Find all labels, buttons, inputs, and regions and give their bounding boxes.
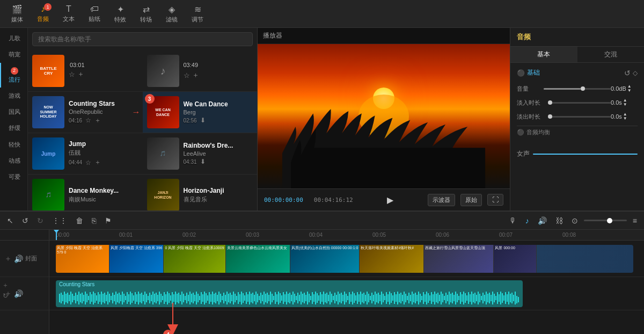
svg-rect-275	[502, 293, 503, 303]
link-btn[interactable]: ⛓	[553, 215, 566, 227]
add-bottom[interactable]: ＋	[2, 281, 9, 290]
svg-rect-226	[423, 292, 424, 304]
add-jump[interactable]: ＋	[94, 158, 101, 167]
svg-rect-101	[222, 296, 223, 300]
original-btn[interactable]: 原始	[460, 194, 482, 206]
eq-section-header[interactable]: ⚫ 音频均衡	[517, 128, 638, 136]
music-item-horizon[interactable]: JANJIHORIZON Horizon-Janji 喜见音乐	[143, 175, 258, 210]
toolbar-sticker[interactable]: 🏷 贴纸	[83, 2, 106, 25]
volume-down[interactable]: ▼	[627, 89, 632, 93]
svg-rect-36	[117, 294, 118, 302]
toolbar-transition[interactable]: ⇄ 转场	[134, 2, 158, 26]
music-item-2[interactable]: ♪ 03:49 ☆ ＋	[143, 50, 258, 92]
search-input[interactable]	[32, 32, 253, 46]
category-games[interactable]: 游戏	[0, 88, 27, 104]
music-artist-jump: 伍靓	[69, 149, 138, 157]
category-chinese[interactable]: 国风	[0, 104, 27, 120]
loop-btn[interactable]: ↻	[2, 292, 9, 300]
volume-label: 音量	[517, 85, 544, 93]
fadeout-down[interactable]: ▼	[623, 117, 627, 121]
zoom-thumb[interactable]	[607, 218, 612, 223]
toolbar-audio[interactable]: 1 ♪ 音频	[31, 2, 55, 25]
add-battlecry[interactable]: ＋	[77, 69, 84, 79]
toolbar-adjust[interactable]: ≋ 调节	[186, 2, 209, 26]
svg-rect-269	[492, 292, 493, 304]
svg-rect-44	[130, 292, 131, 304]
cursor-tool[interactable]: ↖	[4, 215, 16, 227]
category-pets[interactable]: 萌宠	[0, 46, 27, 62]
music-item-rainbow[interactable]: 🎵 Rainbow's Dre... LeeAlive 04:31 ⬇	[143, 133, 258, 175]
category-pop[interactable]: 2 流行	[0, 63, 27, 88]
fadein-down[interactable]: ▼	[623, 103, 627, 107]
toolbar-effects[interactable]: ✦ 特效	[108, 2, 132, 26]
split-btn[interactable]: ⋮⋮	[49, 215, 70, 227]
category-light[interactable]: 轻快	[0, 136, 27, 153]
category-dynamic[interactable]: 动感	[0, 153, 27, 169]
delete-btn[interactable]: 🗑	[73, 215, 86, 227]
svg-rect-129	[267, 293, 268, 303]
svg-rect-196	[375, 292, 376, 304]
volume-slider[interactable]	[544, 88, 611, 90]
svg-rect-15	[83, 295, 84, 301]
tab-advanced[interactable]: 交混	[577, 47, 645, 62]
flag-btn[interactable]: ⚑	[102, 215, 114, 227]
category-kids[interactable]: 儿歌	[0, 30, 27, 46]
svg-rect-9	[74, 296, 75, 300]
music-title-jump: Jump	[69, 140, 138, 148]
add-counting-stars[interactable]: ＋	[94, 116, 101, 125]
toolbar-text[interactable]: T 文本	[57, 2, 80, 25]
preview-btn[interactable]: 示波器	[428, 194, 455, 206]
svg-rect-274	[500, 292, 501, 304]
add-2[interactable]: ＋	[192, 70, 199, 80]
svg-rect-59	[154, 294, 155, 302]
play-button[interactable]: ▶	[383, 192, 398, 207]
download-we-can-dance[interactable]: ⬇	[200, 117, 206, 124]
svg-rect-38	[120, 295, 121, 301]
svg-rect-53	[144, 292, 145, 304]
svg-rect-217	[408, 293, 409, 303]
music-item-battlecry[interactable]: BATTLECRY 03:01 ☆ ＋	[28, 50, 143, 92]
svg-rect-235	[437, 293, 438, 303]
undo-btn[interactable]: ↺	[19, 215, 31, 227]
redo-btn[interactable]: ↻	[34, 215, 46, 227]
video-container	[258, 44, 510, 188]
music-list-area: BATTLECRY 03:01 ☆ ＋	[28, 28, 257, 210]
mic-btn[interactable]: 🎙	[507, 215, 519, 227]
star-2[interactable]: ☆	[184, 71, 190, 79]
svg-rect-84	[194, 295, 195, 301]
star-jump[interactable]: ☆	[85, 159, 91, 166]
music-item-counting-stars[interactable]: NOWSUMMERHOLIDAY Counting Stars OneRepub…	[28, 92, 143, 133]
reset-btn[interactable]: ↺	[624, 69, 631, 77]
audio-btn[interactable]: 🔊	[535, 215, 550, 227]
music-item-jump[interactable]: Jump Jump 伍靓 04:44 ☆ ＋	[28, 133, 143, 175]
download-rainbow[interactable]: ⬇	[200, 158, 206, 165]
expand-basic[interactable]: ◇	[633, 69, 638, 77]
magnet-btn[interactable]: ⊙	[569, 215, 581, 227]
audio-track-btn[interactable]: 🔊	[14, 255, 23, 263]
more-btn[interactable]: ≡	[630, 215, 640, 227]
category-calm[interactable]: 舒缓	[0, 120, 27, 136]
star-counting-stars[interactable]: ☆	[85, 117, 91, 124]
music-btn[interactable]: ♪	[523, 215, 532, 227]
copy-btn[interactable]: ⎘	[89, 215, 99, 227]
svg-rect-223	[418, 292, 419, 304]
fullscreen-btn[interactable]: ⛶	[487, 194, 503, 206]
audio-track-strip[interactable]: Counting Stars	[56, 280, 523, 307]
fadein-slider[interactable]	[548, 102, 611, 104]
zoom-slider[interactable]	[584, 220, 627, 221]
music-item-dance-monkey[interactable]: 🎵 Dance Monkey... 南娱Music	[28, 175, 143, 210]
tab-basic[interactable]: 基本	[510, 47, 577, 62]
music-item-we-can-dance[interactable]: WE CANDANCE We Can Dance Berg 02:56 ⬇ 3	[143, 92, 258, 133]
category-cute[interactable]: 可爱	[0, 169, 27, 185]
music-thumb-jump: Jump	[32, 137, 64, 170]
toolbar-filter[interactable]: ◈ 滤镜	[160, 2, 184, 26]
mute-btn[interactable]: 🔊	[14, 289, 23, 298]
star-battlecry[interactable]: ☆	[69, 70, 75, 78]
svg-rect-184	[355, 295, 356, 301]
svg-rect-131	[270, 292, 271, 304]
add-track-video[interactable]: ＋	[4, 254, 12, 264]
svg-rect-165	[325, 294, 326, 302]
fadeout-slider[interactable]	[548, 116, 611, 118]
toolbar-media[interactable]: 🎬 媒体	[5, 2, 29, 26]
video-track-strip[interactable]: 风景 夕阳 晚霞 天空 治愈系579 0 风景 夕阳晚霞 天空 治愈系 396 …	[56, 245, 633, 273]
